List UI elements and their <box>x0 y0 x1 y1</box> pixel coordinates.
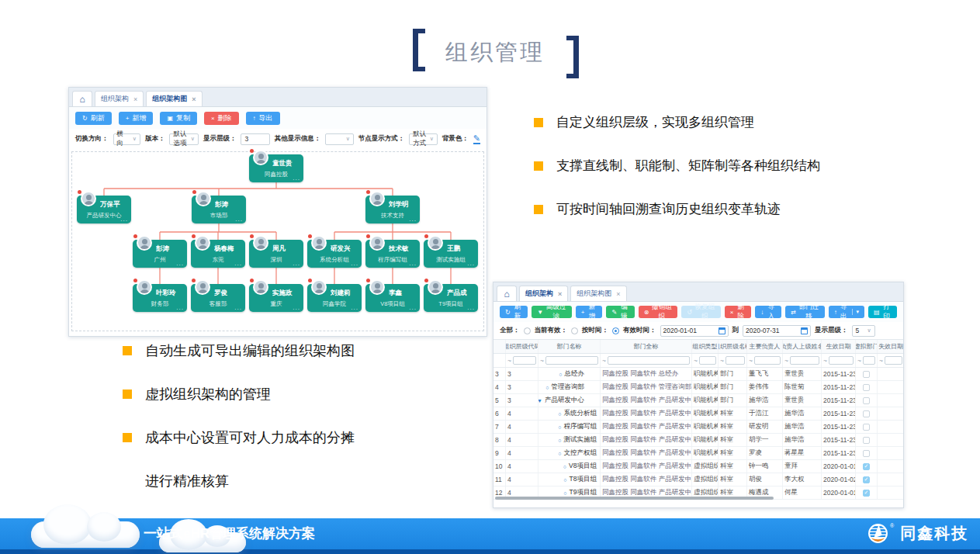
virtual-dept-checkbox[interactable] <box>863 424 870 431</box>
more-icon[interactable]: ... <box>234 304 242 311</box>
tree-node-icon[interactable]: ○ <box>558 411 561 417</box>
table-row[interactable]: 84○测试实施组同鑫控股 同鑫软件 产品研发中心 测试实施组职能机构科室胡学一施… <box>493 434 903 447</box>
button-restore[interactable]: ↺恢复组织 <box>681 306 721 318</box>
more-icon[interactable]: ... <box>235 216 243 223</box>
org-node[interactable]: 万保平产品研发中心... <box>77 196 131 223</box>
button-copy[interactable]: ▣复制 <box>160 112 197 125</box>
org-node[interactable]: 研发兴系统分析组... <box>307 240 362 268</box>
button-revoke[interactable]: ⊗撤销组织 <box>639 306 678 318</box>
virtual-dept-checkbox[interactable] <box>863 371 870 378</box>
table-row[interactable]: 94○文控产权组同鑫控股 同鑫软件 产品研发中心 文控产权组职能机构科室罗凌蒋星… <box>493 447 903 460</box>
more-icon[interactable]: ... <box>467 304 475 311</box>
more-icon[interactable]: ... <box>467 260 475 267</box>
close-icon[interactable]: × <box>133 95 137 103</box>
org-node[interactable]: 产品成T9项目组... <box>424 284 478 312</box>
radio-button[interactable] <box>612 327 619 334</box>
org-node[interactable]: 刘建莉同鑫学院... <box>307 284 362 312</box>
home-tab[interactable]: ⌂ <box>497 286 517 301</box>
close-icon[interactable]: × <box>616 290 620 298</box>
date-to-input[interactable]: 2020-07-31 <box>743 325 811 337</box>
org-node[interactable]: 罗俊客服部... <box>191 284 245 312</box>
column-filter-input[interactable] <box>790 356 819 365</box>
button-edit[interactable]: ✎编辑 <box>606 306 634 318</box>
level-select[interactable]: 5∨ <box>852 325 875 337</box>
filter-select[interactable]: 默认选项∨ <box>169 133 198 145</box>
filter-select[interactable]: 默认方式∨ <box>409 133 437 145</box>
table-row[interactable]: 104○V8项目组同鑫控股 同鑫软件 产品研发中心 V8项目组虚拟组织科室钟一鸣… <box>493 460 903 473</box>
date-from-input[interactable]: 2020-01-01 <box>660 325 729 337</box>
org-node[interactable]: 彭涛市场部... <box>192 196 246 223</box>
virtual-dept-checkbox[interactable]: ✓ <box>863 463 870 470</box>
column-filter-input[interactable] <box>754 356 781 365</box>
virtual-dept-checkbox[interactable] <box>863 437 870 444</box>
tree-node-icon[interactable]: ○ <box>558 438 561 443</box>
more-icon[interactable]: ... <box>120 216 128 223</box>
button-import[interactable]: ↓导入 <box>755 306 781 318</box>
filter-input[interactable]: 3 <box>241 133 269 145</box>
calendar-icon[interactable] <box>801 327 808 334</box>
more-icon[interactable]: ... <box>351 260 358 267</box>
org-node[interactable]: 技术敏程序编写组... <box>365 240 420 268</box>
table-row[interactable]: 64○系统分析组同鑫控股 同鑫软件 产品研发中心 系统分析组职能机构科室于浩江施… <box>493 407 903 421</box>
more-icon[interactable]: ... <box>409 304 417 311</box>
org-node[interactable]: 周凡深圳... <box>249 240 303 268</box>
tree-node-icon[interactable]: ○ <box>563 490 566 496</box>
tree-expand-icon[interactable]: ▼ <box>538 398 542 403</box>
more-icon[interactable]: ... <box>293 175 300 182</box>
column-filter-input[interactable] <box>885 356 902 365</box>
more-icon[interactable]: ... <box>351 304 358 311</box>
column-filter-input[interactable] <box>829 356 854 365</box>
button-close[interactable]: ×删除 <box>204 112 239 125</box>
background-color-picker[interactable]: ✎ <box>473 133 480 144</box>
tree-node-icon[interactable]: ○ <box>563 464 566 469</box>
virtual-dept-checkbox[interactable] <box>863 397 870 404</box>
calendar-icon[interactable] <box>719 327 725 334</box>
button-refresh[interactable]: ↻刷新 <box>75 112 112 125</box>
column-filter-input[interactable] <box>608 356 690 365</box>
button-export[interactable]: ↑导出 <box>246 112 280 125</box>
org-node[interactable]: 李鑫V8项目组... <box>365 284 420 312</box>
button-print[interactable]: ▤打印 <box>868 306 897 318</box>
filter-select[interactable]: ∨ <box>325 133 353 145</box>
close-icon[interactable]: × <box>558 290 562 298</box>
close-icon[interactable]: × <box>192 95 196 103</box>
virtual-dept-checkbox[interactable] <box>863 450 870 457</box>
button-filter[interactable]: ▼高级过滤 <box>532 306 572 318</box>
tab-org-structure[interactable]: 组织架构× <box>519 286 568 301</box>
button-plus[interactable]: +新增 <box>119 112 154 125</box>
tree-node-icon[interactable]: ○ <box>559 372 562 377</box>
virtual-dept-checkbox[interactable]: ✓ <box>863 476 870 483</box>
button-export[interactable]: ↑导出▾ <box>829 306 864 318</box>
filter-select[interactable]: 横向∨ <box>113 133 140 145</box>
org-node[interactable]: 实施政重庆... <box>249 284 303 312</box>
more-icon[interactable]: ... <box>176 304 184 311</box>
org-node[interactable]: 杨春梅东莞... <box>191 240 245 268</box>
dropdown-caret-icon[interactable]: ▾ <box>852 309 859 315</box>
tab-org-structure-chart[interactable]: 组织架构图× <box>146 91 202 106</box>
home-tab[interactable]: ⌂ <box>72 91 92 106</box>
tab-org-structure[interactable]: 组织架构× <box>95 91 144 106</box>
horizontal-scrollbar[interactable] <box>495 497 774 500</box>
table-row[interactable]: 43○管理咨询部同鑫控股 同鑫软件 管理咨询部职能机构部门姜伟伟陈世菊2015-… <box>493 381 903 394</box>
more-icon[interactable]: ... <box>409 260 417 267</box>
tree-node-icon[interactable]: ○ <box>558 451 561 456</box>
more-icon[interactable]: ... <box>293 304 300 311</box>
more-icon[interactable]: ... <box>234 260 242 267</box>
button-refresh[interactable]: ↻刷新 <box>500 306 528 318</box>
virtual-dept-checkbox[interactable] <box>863 384 870 391</box>
column-filter-input[interactable] <box>699 356 716 365</box>
table-row[interactable]: 53▼产品研发中心同鑫控股 同鑫软件 产品研发中心职能机构部门施华浩童世贵201… <box>493 394 903 407</box>
tree-node-icon[interactable]: ○ <box>545 385 549 390</box>
radio-button[interactable] <box>571 327 578 334</box>
button-close[interactable]: ×删除 <box>725 306 752 318</box>
virtual-dept-checkbox[interactable] <box>863 410 870 417</box>
radio-button[interactable] <box>524 327 531 334</box>
column-filter-input[interactable] <box>513 356 536 365</box>
tree-node-icon[interactable]: ○ <box>563 477 566 483</box>
org-node[interactable]: 童世贵同鑫控股... <box>249 154 303 182</box>
virtual-dept-checkbox[interactable]: ✓ <box>863 490 870 497</box>
column-filter-input[interactable] <box>725 356 745 365</box>
more-icon[interactable]: ... <box>176 260 184 267</box>
button-plus[interactable]: +新增 <box>576 306 603 318</box>
table-row[interactable]: 74○程序编写组同鑫控股 同鑫软件 产品研发中心 程序编写组职能机构科室研发明施… <box>493 421 903 434</box>
